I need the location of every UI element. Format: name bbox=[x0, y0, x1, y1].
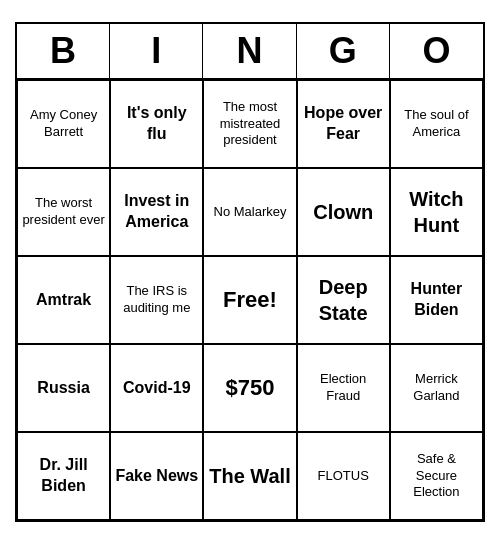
bingo-cell-19: Merrick Garland bbox=[390, 344, 483, 432]
bingo-cell-14: Hunter Biden bbox=[390, 256, 483, 344]
bingo-cell-17: $750 bbox=[203, 344, 296, 432]
bingo-header: BINGO bbox=[17, 24, 483, 80]
bingo-cell-10: Amtrak bbox=[17, 256, 110, 344]
bingo-card: BINGO Amy Coney BarrettIt's only fluThe … bbox=[15, 22, 485, 522]
bingo-cell-5: The worst president ever bbox=[17, 168, 110, 256]
bingo-cell-8: Clown bbox=[297, 168, 390, 256]
bingo-letter-n: N bbox=[203, 24, 296, 78]
bingo-cell-6: Invest in America bbox=[110, 168, 203, 256]
bingo-letter-g: G bbox=[297, 24, 390, 78]
bingo-cell-0: Amy Coney Barrett bbox=[17, 80, 110, 168]
bingo-letter-o: O bbox=[390, 24, 483, 78]
bingo-cell-24: Safe & Secure Election bbox=[390, 432, 483, 520]
bingo-cell-4: The soul of America bbox=[390, 80, 483, 168]
bingo-cell-9: Witch Hunt bbox=[390, 168, 483, 256]
bingo-cell-20: Dr. Jill Biden bbox=[17, 432, 110, 520]
bingo-letter-i: I bbox=[110, 24, 203, 78]
bingo-cell-22: The Wall bbox=[203, 432, 296, 520]
bingo-cell-13: Deep State bbox=[297, 256, 390, 344]
bingo-cell-1: It's only flu bbox=[110, 80, 203, 168]
bingo-cell-21: Fake News bbox=[110, 432, 203, 520]
bingo-cell-11: The IRS is auditing me bbox=[110, 256, 203, 344]
bingo-cell-16: Covid-19 bbox=[110, 344, 203, 432]
bingo-cell-15: Russia bbox=[17, 344, 110, 432]
bingo-cell-23: FLOTUS bbox=[297, 432, 390, 520]
bingo-cell-3: Hope over Fear bbox=[297, 80, 390, 168]
bingo-cell-7: No Malarkey bbox=[203, 168, 296, 256]
bingo-cell-12: Free! bbox=[203, 256, 296, 344]
bingo-letter-b: B bbox=[17, 24, 110, 78]
bingo-cell-2: The most mistreated president bbox=[203, 80, 296, 168]
bingo-cell-18: Election Fraud bbox=[297, 344, 390, 432]
bingo-grid: Amy Coney BarrettIt's only fluThe most m… bbox=[17, 80, 483, 520]
